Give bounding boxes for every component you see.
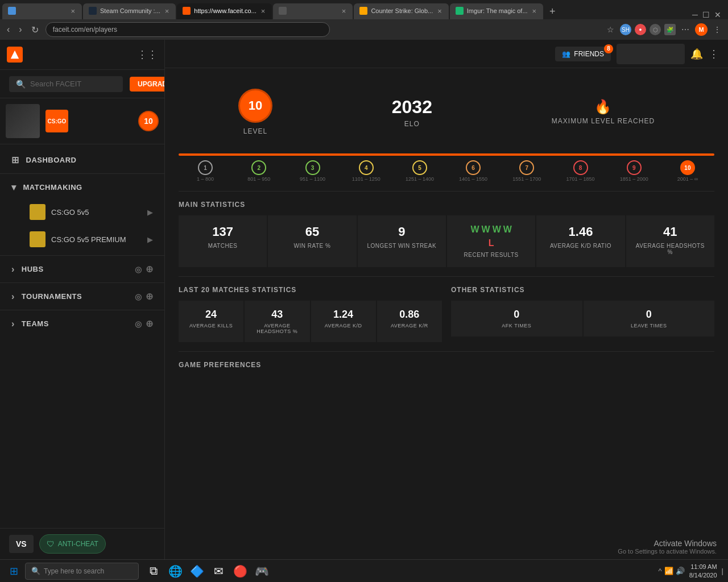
tray-up-arrow[interactable]: ^	[659, 567, 662, 575]
extension-4[interactable]: ⋯	[679, 23, 692, 36]
tab-close-2[interactable]: ×	[164, 6, 171, 16]
back-button[interactable]: ‹	[5, 22, 12, 37]
nav-hubs[interactable]: › HUBS ◎ ⊕	[0, 258, 164, 280]
friends-button[interactable]: 👥 FRIENDS 8	[555, 47, 611, 61]
refresh-button[interactable]: ↻	[29, 22, 41, 38]
search-placeholder: Search FACEIT	[30, 80, 81, 88]
tab-3[interactable]: https://www.faceit.co... ×	[177, 3, 272, 19]
tab-close-4[interactable]: ×	[341, 6, 348, 16]
tournaments-add-icon[interactable]: ⊕	[146, 291, 154, 302]
extension-2[interactable]: ⬡	[650, 24, 661, 35]
level-marker-3[interactable]: 3 951 – 1100	[286, 160, 339, 182]
search-box[interactable]: 🔍 Search FACEIT	[9, 76, 123, 92]
last20-col: LAST 20 MATCHES STATISTICS 24 AVERAGE KI…	[179, 286, 442, 342]
nav-divider-2	[0, 255, 164, 256]
header-more-btn[interactable]: ⋮	[709, 48, 719, 60]
level-marker-1[interactable]: 1 1 – 800	[179, 160, 232, 182]
mail-icon: ✉	[214, 564, 224, 578]
nav-csgo-5v5[interactable]: CS:GO 5v5 ▶	[0, 198, 164, 226]
nav-tournaments[interactable]: › TOURNAMENTS ◎ ⊕	[0, 285, 164, 307]
matches-value: 137	[212, 225, 233, 239]
activate-line2: Go to Settings to activate Windows.	[618, 548, 717, 555]
teams-add-icon[interactable]: ⊕	[146, 318, 154, 329]
address-input[interactable]: faceit.com/en/players	[46, 22, 330, 37]
profile-icon[interactable]: M	[695, 23, 708, 36]
close-btn[interactable]: ✕	[714, 10, 721, 19]
nav-dashboard[interactable]: ⊞ DASHBOARD	[0, 149, 164, 171]
start-button[interactable]: ⊞	[5, 562, 23, 580]
level-marker-7[interactable]: 7 1551 – 1700	[500, 160, 553, 182]
nav-matchmaking[interactable]: ▾ MATCHMAKING	[0, 176, 164, 198]
taskbar-app-view[interactable]: ⧉	[143, 561, 164, 581]
new-tab-button[interactable]: +	[544, 3, 560, 19]
bookmark-star[interactable]: ☆	[605, 23, 617, 36]
sidebar-menu-icon[interactable]: ⋮⋮	[137, 48, 158, 61]
tab-6[interactable]: Imgur: The magic of... ×	[450, 3, 543, 19]
stat-recent-results: W W W W L RECENT RESULTS	[447, 215, 535, 267]
chrome-menu[interactable]: ⋮	[711, 23, 723, 36]
teams-arrow: ›	[11, 319, 15, 329]
level-marker-4[interactable]: 4 1101 – 1250	[340, 160, 393, 182]
stat-longest-streak: 9 LONGEST WIN STREAK	[358, 215, 446, 267]
csgo-5v5-premium-label: CS:GO 5v5 PREMIUM	[51, 235, 126, 244]
result-w1: W	[470, 225, 479, 235]
upgrade-button[interactable]: UPGRADE	[130, 77, 165, 92]
taskbar-app-mail[interactable]: ✉	[208, 561, 229, 581]
hubs-add-icon[interactable]: ⊕	[146, 264, 154, 275]
level-marker-5[interactable]: 5 1251 – 1400	[393, 160, 446, 182]
friends-icon: 👥	[562, 50, 570, 58]
friends-count-badge: 8	[604, 44, 613, 53]
tab-favicon-3	[183, 7, 191, 15]
recent-results-display: W W W W	[470, 225, 511, 235]
tray-network[interactable]: 📶	[664, 567, 673, 575]
tab-4[interactable]: ×	[273, 3, 353, 19]
system-tray: ^ 📶 🔊	[659, 567, 685, 575]
taskbar-app-steam[interactable]: 🎮	[251, 561, 272, 581]
address-bar: ‹ › ↻ faceit.com/en/players ☆ SH ● ⬡ 🧩 ⋯…	[0, 19, 728, 40]
avg-hs-label: AVERAGE HEADSHOTS %	[633, 243, 708, 255]
extension-3[interactable]: 🧩	[664, 24, 676, 35]
tab-close-1[interactable]: ×	[69, 6, 76, 16]
avg-kills-label: AVERAGE KILLS	[189, 323, 233, 329]
extension-1[interactable]: ●	[635, 24, 646, 35]
avg-hs-value: 41	[663, 225, 677, 239]
tab-favicon-6	[456, 7, 464, 15]
tab-bar: × Steam Community :... × https://www.fac…	[0, 0, 728, 19]
maximize-btn[interactable]: ☐	[702, 10, 710, 19]
browser-settings[interactable]: SH	[620, 24, 631, 35]
tab-close-3[interactable]: ×	[260, 6, 267, 16]
taskbar-clock[interactable]: 11:09 AM 8/14/2020	[689, 563, 717, 579]
minimize-btn[interactable]: ─	[692, 10, 698, 19]
level-marker-6[interactable]: 6 1401 – 1550	[446, 160, 500, 182]
tab-5[interactable]: Counter Strike: Glob... ×	[354, 3, 448, 19]
level-marker-8[interactable]: 8 1701 – 1850	[553, 160, 607, 182]
level-marker-10[interactable]: 10 2001 – ∞	[661, 160, 714, 182]
taskbar-app-edge2[interactable]: 🔷	[187, 561, 207, 581]
nav-teams[interactable]: › TEAMS ◎ ⊕	[0, 313, 164, 335]
taskbar-search-box[interactable]: 🔍 Type here to search	[25, 563, 139, 580]
avg-hs-20-label: AVERAGE HEADSHOTS %	[250, 323, 304, 334]
anti-cheat-button[interactable]: 🛡 ANTI-CHEAT	[39, 534, 106, 554]
level-marker-circle-2: 2	[251, 160, 266, 175]
notification-bell[interactable]: 🔔	[690, 48, 703, 60]
tab-1[interactable]: ×	[2, 3, 82, 19]
avg-kd-value: 1.46	[569, 225, 593, 239]
tab-close-6[interactable]: ×	[531, 6, 538, 16]
forward-button[interactable]: ›	[16, 22, 24, 37]
taskbar-app-edge[interactable]: 🌐	[165, 561, 185, 581]
tab-2[interactable]: Steam Community :... ×	[83, 3, 176, 19]
nav-csgo-5v5-premium[interactable]: CS:GO 5v5 PREMIUM ▶	[0, 226, 164, 253]
divider-2	[179, 276, 714, 277]
tray-volume[interactable]: 🔊	[676, 567, 685, 575]
game-section: CS:GO 10	[0, 98, 164, 144]
show-desktop-btn[interactable]: |	[722, 567, 723, 575]
taskbar-apps: ⧉ 🌐 🔷 ✉ 🔴 🎮	[143, 561, 272, 581]
afk-value: 0	[514, 309, 519, 321]
vs-badge[interactable]: VS	[9, 535, 34, 553]
level-marker-circle-9: 9	[627, 160, 642, 175]
taskbar-app-chrome[interactable]: 🔴	[230, 561, 250, 581]
level-marker-2[interactable]: 2 801 – 950	[232, 160, 286, 182]
level-marker-9[interactable]: 9 1851 – 2000	[607, 160, 661, 182]
longest-streak-value: 9	[398, 225, 405, 239]
tab-close-5[interactable]: ×	[436, 6, 443, 16]
